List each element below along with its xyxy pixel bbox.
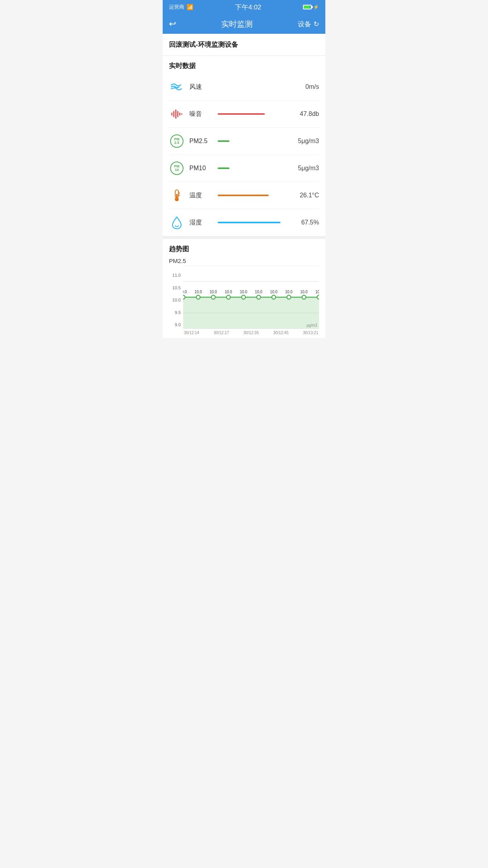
pm10-bar bbox=[218, 167, 229, 169]
svg-rect-1 bbox=[173, 111, 174, 117]
realtime-section-header: 实时数据 bbox=[163, 56, 325, 74]
x-label-3: 30/12:35 bbox=[244, 331, 259, 335]
temp-icon-wrapper bbox=[169, 188, 185, 203]
y-label-mid1: 10.5 bbox=[172, 285, 181, 290]
x-label-1: 30/12:14 bbox=[184, 331, 199, 335]
temp-bar bbox=[218, 195, 269, 196]
svg-point-19 bbox=[196, 295, 200, 299]
svg-text:10.0: 10.0 bbox=[225, 290, 232, 294]
svg-text:10.0: 10.0 bbox=[210, 290, 217, 294]
wind-row: 风速 0m/s bbox=[169, 74, 319, 101]
pm25-row: PM2.5 PM2.5 5μg/m3 bbox=[169, 128, 319, 155]
humid-bar-area bbox=[218, 222, 283, 223]
status-bar: 运营商 📶 下午4:02 ⚡ bbox=[163, 0, 325, 14]
svg-point-8 bbox=[175, 197, 179, 201]
noise-value: 47.8db bbox=[288, 110, 319, 118]
pm25-label: PM2.5 bbox=[189, 138, 213, 145]
svg-text:10.0: 10.0 bbox=[240, 290, 247, 294]
svg-text:10.0: 10.0 bbox=[183, 290, 187, 294]
main-content: 回滚测试-环境监测设备 实时数据 风速 0m/s bbox=[163, 34, 325, 338]
refresh-icon: ↻ bbox=[314, 20, 319, 28]
pm10-icon: PM10 bbox=[170, 162, 183, 175]
section-divider bbox=[163, 236, 325, 239]
svg-text:10.0: 10.0 bbox=[285, 290, 293, 294]
y-label-mid2: 10.0 bbox=[172, 298, 181, 302]
humid-icon-wrapper bbox=[169, 215, 185, 230]
status-time: 下午4:02 bbox=[235, 3, 261, 12]
temp-bar-area bbox=[218, 195, 283, 196]
humid-label: 湿度 bbox=[189, 219, 213, 227]
pm10-label: PM10 bbox=[189, 165, 213, 172]
data-list: 风速 0m/s 噪音 47.8db bbox=[163, 74, 325, 236]
trend-title: 趋势图 bbox=[169, 245, 319, 254]
x-label-4: 30/12:45 bbox=[273, 331, 288, 335]
wind-label: 风速 bbox=[189, 83, 213, 91]
y-label-max: 11.0 bbox=[172, 273, 181, 278]
chart-wrapper: 11.0 10.5 10.0 9.5 9.0 bbox=[169, 266, 319, 335]
device-button[interactable]: 设备 ↻ bbox=[298, 20, 319, 29]
humid-row: 湿度 67.5% bbox=[169, 209, 319, 236]
y-label-min: 9.0 bbox=[175, 322, 181, 327]
wind-icon-wrapper bbox=[169, 79, 185, 95]
status-right: ⚡ bbox=[303, 4, 319, 10]
pm25-bar-area bbox=[218, 140, 283, 142]
pm10-value: 5μg/m3 bbox=[288, 165, 319, 172]
chart-svg: 10.0 10.0 10.0 10.0 10.0 10.0 10.0 10.0 … bbox=[183, 266, 319, 329]
noise-label: 噪音 bbox=[189, 110, 213, 118]
svg-point-24 bbox=[272, 295, 276, 299]
humid-value: 67.5% bbox=[288, 219, 319, 226]
nav-title: 实时监测 bbox=[221, 19, 253, 29]
svg-rect-3 bbox=[177, 111, 178, 117]
svg-rect-2 bbox=[175, 109, 176, 119]
temp-label: 温度 bbox=[189, 191, 213, 200]
temp-icon bbox=[171, 188, 183, 202]
device-title: 回滚测试-环境监测设备 bbox=[169, 40, 319, 49]
svg-text:10.0: 10.0 bbox=[270, 290, 277, 294]
svg-rect-0 bbox=[171, 112, 172, 116]
svg-point-20 bbox=[211, 295, 215, 299]
battery-icon bbox=[303, 5, 312, 9]
wind-value: 0m/s bbox=[288, 83, 319, 90]
svg-marker-17 bbox=[183, 297, 319, 329]
noise-icon-wrapper bbox=[169, 106, 185, 122]
pm25-value: 5μg/m3 bbox=[288, 138, 319, 145]
svg-rect-5 bbox=[181, 113, 182, 115]
x-axis-labels: 30/12:14 30/12:17 30/12:35 30/12:45 30/1… bbox=[183, 331, 319, 335]
back-button[interactable]: ↩ bbox=[169, 19, 176, 29]
noise-row: 噪音 47.8db bbox=[169, 101, 319, 128]
svg-point-26 bbox=[302, 295, 306, 299]
wifi-icon: 📶 bbox=[187, 4, 193, 10]
noise-bar-area bbox=[218, 113, 283, 115]
svg-text:10.0: 10.0 bbox=[194, 290, 202, 294]
pm10-bar-area bbox=[218, 167, 283, 169]
svg-text:10.0: 10.0 bbox=[300, 290, 308, 294]
humid-icon bbox=[170, 215, 183, 230]
humid-bar bbox=[218, 222, 281, 223]
y-label-mid3: 9.5 bbox=[175, 310, 181, 315]
device-label: 设备 bbox=[298, 20, 311, 29]
svg-rect-4 bbox=[179, 112, 180, 116]
temp-row: 温度 26.1°C bbox=[169, 182, 319, 209]
pm25-icon: PM2.5 bbox=[170, 134, 183, 148]
noise-icon bbox=[170, 107, 184, 121]
realtime-section-title: 实时数据 bbox=[169, 61, 319, 70]
charging-icon: ⚡ bbox=[313, 4, 319, 10]
y-axis: 11.0 10.5 10.0 9.5 9.0 bbox=[169, 266, 183, 335]
wind-icon bbox=[170, 80, 184, 94]
temp-value: 26.1°C bbox=[288, 192, 319, 199]
status-left: 运营商 📶 bbox=[169, 4, 193, 11]
nav-bar: ↩ 实时监测 设备 ↻ bbox=[163, 14, 325, 34]
pm10-row: PM10 PM10 5μg/m3 bbox=[169, 155, 319, 182]
carrier-label: 运营商 bbox=[169, 4, 184, 11]
svg-point-21 bbox=[227, 295, 231, 299]
svg-text:10.0: 10.0 bbox=[255, 290, 262, 294]
svg-point-27 bbox=[317, 295, 319, 299]
noise-bar bbox=[218, 113, 265, 115]
chart-label: PM2.5 bbox=[169, 257, 319, 264]
trend-section: 趋势图 PM2.5 11.0 10.5 10.0 9.5 9.0 bbox=[163, 239, 325, 338]
x-label-5: 30/13:21 bbox=[303, 331, 318, 335]
device-title-section: 回滚测试-环境监测设备 bbox=[163, 34, 325, 56]
pm25-icon-wrapper: PM2.5 bbox=[169, 133, 185, 149]
pm25-bar bbox=[218, 140, 229, 142]
pm10-icon-wrapper: PM10 bbox=[169, 160, 185, 176]
